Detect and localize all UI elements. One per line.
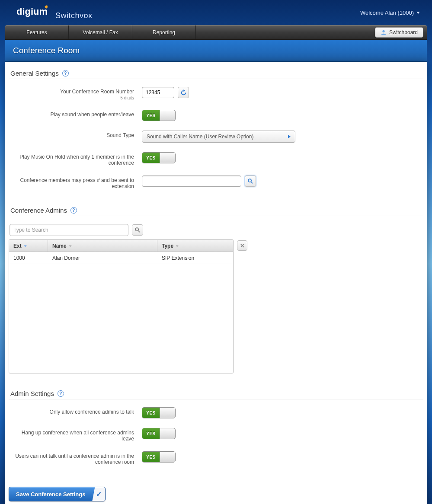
section-conference-admins: Conference Admins ? — [9, 207, 423, 216]
toggle-on-label: YES — [142, 428, 160, 439]
help-icon[interactable]: ? — [58, 390, 64, 397]
help-icon[interactable]: ? — [62, 70, 69, 77]
chevron-right-icon — [288, 135, 291, 138]
table-row[interactable]: 1000 Alan Dorner SIP Extension — [9, 252, 233, 264]
toggle-on-label: YES — [142, 153, 160, 163]
welcome-user-menu[interactable]: Welcome Alan (1000) — [360, 10, 420, 16]
refresh-button[interactable] — [178, 87, 189, 98]
svg-point-3 — [248, 179, 251, 182]
admins-search-button[interactable] — [132, 224, 143, 236]
toggle-on-label: YES — [142, 452, 160, 462]
digium-logo-icon: digium — [16, 5, 53, 18]
save-conference-settings-button[interactable]: Save Conference Settings ✓ — [9, 487, 106, 501]
admins-search-input[interactable] — [10, 224, 128, 236]
svg-point-2 — [382, 30, 384, 32]
save-button-label: Save Conference Settings — [9, 488, 92, 501]
toggle-knob — [160, 153, 175, 163]
nav-reporting[interactable]: Reporting — [132, 26, 196, 39]
dropdown-value: Sound with Caller Name (User Review Opti… — [147, 134, 253, 140]
svg-line-6 — [138, 231, 140, 233]
content-card: General Settings ? Your Conference Room … — [5, 62, 427, 504]
caret-down-icon — [416, 12, 420, 14]
label-sound-type: Sound Type — [9, 131, 142, 138]
label-room-number: Your Conference Room Number 5 digits — [9, 87, 142, 100]
lookup-extension-button[interactable] — [245, 175, 256, 187]
label-moh: Play Music On Hold when only 1 member is… — [9, 152, 142, 166]
cell-name: Alan Dorner — [48, 252, 157, 264]
toggle-play-sound[interactable]: YES — [142, 110, 176, 121]
toggle-knob — [160, 428, 175, 439]
person-icon — [381, 29, 387, 35]
section-general-settings: General Settings ? — [9, 70, 423, 79]
toggle-hangup-when-leave[interactable]: YES — [142, 428, 176, 439]
label-play-sound: Play sound when people enter/leave — [9, 110, 142, 118]
brand-logo: digium Switchvox — [16, 5, 93, 20]
toggle-knob — [160, 110, 175, 121]
page-title: Conference Room — [5, 40, 427, 62]
switchboard-label: Switchboard — [389, 29, 418, 35]
col-header-type[interactable]: Type ▾ — [157, 240, 233, 252]
toggle-knob — [160, 408, 175, 418]
sort-icon: ▾ — [69, 244, 71, 248]
sort-icon: ▾ — [176, 244, 179, 248]
col-header-name[interactable]: Name ▾ — [48, 240, 157, 252]
label-only-admins-talk: Only allow conference admins to talk — [9, 407, 142, 415]
main-navbar: Features Voicemail / Fax Reporting Switc… — [5, 25, 427, 40]
dropdown-sound-type[interactable]: Sound with Caller Name (User Review Opti… — [142, 131, 295, 143]
remove-admin-button[interactable]: ✕ — [237, 240, 247, 251]
toggle-on-label: YES — [142, 110, 160, 121]
svg-point-5 — [135, 228, 138, 231]
welcome-text: Welcome Alan (1000) — [360, 10, 414, 16]
brand-product: Switchvox — [55, 11, 93, 20]
refresh-icon — [180, 89, 187, 96]
admins-table: Ext ▾ Name ▾ Type ▾ 1000 Alan Do — [9, 239, 234, 373]
sort-icon: ▾ — [24, 244, 26, 248]
label-press-hash: Conference members may press # and be se… — [9, 175, 142, 189]
check-icon: ✓ — [92, 487, 105, 501]
col-header-ext[interactable]: Ext ▾ — [9, 240, 48, 252]
toggle-only-admins-talk[interactable]: YES — [142, 407, 176, 418]
close-icon: ✕ — [240, 242, 245, 249]
switchboard-button[interactable]: Switchboard — [375, 27, 423, 38]
svg-line-4 — [251, 182, 253, 184]
nav-voicemail-fax[interactable]: Voicemail / Fax — [69, 26, 132, 39]
cell-ext: 1000 — [9, 252, 48, 264]
toggle-knob — [160, 452, 175, 462]
cell-type: SIP Extension — [157, 252, 233, 264]
toggle-mute-until-admin[interactable]: YES — [142, 451, 176, 463]
section-admin-settings: Admin Settings ? — [9, 390, 423, 399]
app-header: digium Switchvox Welcome Alan (1000) — [0, 0, 432, 25]
toggle-on-label: YES — [142, 408, 160, 418]
svg-text:digium: digium — [16, 6, 48, 17]
search-icon — [247, 178, 253, 184]
input-press-hash-extension[interactable] — [142, 175, 241, 187]
toggle-moh[interactable]: YES — [142, 152, 176, 163]
input-room-number[interactable] — [142, 87, 174, 98]
label-hangup-when-leave: Hang up conference when all conference a… — [9, 428, 142, 442]
label-mute-until-admin: Users can not talk until a conference ad… — [9, 451, 142, 465]
search-icon — [134, 227, 141, 233]
help-icon[interactable]: ? — [70, 207, 77, 214]
nav-features[interactable]: Features — [5, 26, 69, 39]
